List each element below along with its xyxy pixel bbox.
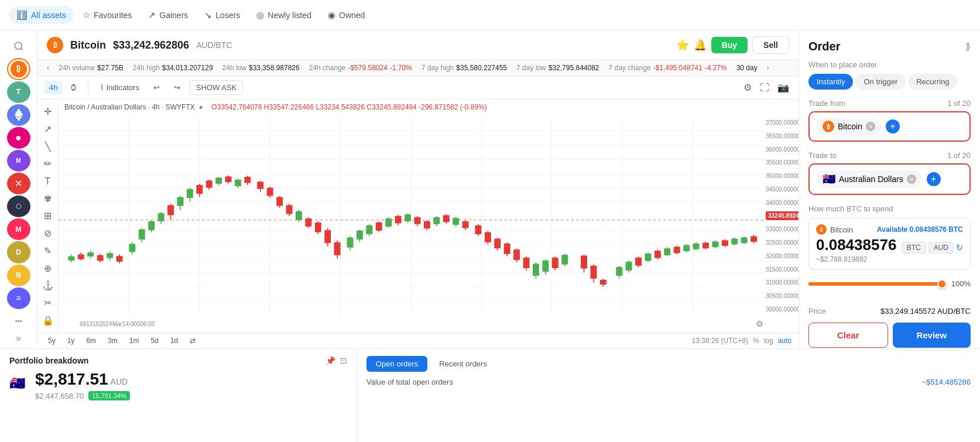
price-scale: 37000.000000 36500.000000 36000.000000 3… <box>763 117 799 315</box>
spend-usd: ~$2,788.919892 <box>816 255 963 263</box>
candle-type-btn[interactable]: ⧮ <box>67 80 81 95</box>
gainers-icon: ↗ <box>148 10 156 20</box>
measure-tool[interactable]: ⊘ <box>40 226 56 241</box>
time-axis-settings[interactable]: ⚙ <box>756 319 763 328</box>
sidebar-icon-tether[interactable]: T <box>7 81 30 103</box>
order-type-recurring[interactable]: Recurring <box>908 74 957 90</box>
tf-compare[interactable]: ⇄ <box>186 335 199 346</box>
sidebar-icon-doge[interactable]: D <box>7 241 30 263</box>
add-trade-to-btn[interactable]: + <box>927 172 941 186</box>
open-orders-tab[interactable]: Open orders <box>366 356 427 372</box>
svg-rect-47 <box>158 213 165 221</box>
time-axis: 6 9 13 16 20 24 Mar 14:00 6 06:00 ⚙ <box>80 315 763 333</box>
tf-1y[interactable]: 1y <box>64 335 78 346</box>
trade-from-box[interactable]: ₿ Bitcoin ✕ + <box>808 111 971 142</box>
sidebar-icon-x[interactable]: ✕ <box>7 173 30 194</box>
sidebar-icon-atom[interactable]: ⬡ <box>7 196 30 217</box>
svg-rect-159 <box>722 240 728 246</box>
nav-gainers[interactable]: ↗ Gainers <box>141 6 195 24</box>
chart-info-bar: Bitcoin / Australian Dollars · 4h · SWYF… <box>64 103 487 111</box>
interval-4h[interactable]: 4h <box>44 81 62 94</box>
grid-tool[interactable]: ⊞ <box>40 208 56 224</box>
clear-button[interactable]: Clear <box>808 323 888 348</box>
bitcoin-logo: ₿ <box>11 61 27 77</box>
line-tool[interactable]: ╲ <box>40 139 56 154</box>
tf-5d[interactable]: 5d <box>147 335 162 346</box>
ticker-next[interactable]: › <box>767 64 769 72</box>
sidebar-icon-matic[interactable]: M <box>7 150 30 172</box>
indicators-button[interactable]: ⌇ Indicators <box>95 81 143 94</box>
text-tool[interactable]: T <box>40 174 56 189</box>
svg-rect-133 <box>590 266 597 279</box>
screenshot-btn[interactable]: 📷 <box>775 80 791 95</box>
owned-icon: ◉ <box>328 10 335 20</box>
redo-button[interactable]: ↪ <box>169 81 185 94</box>
order-type-on-trigger[interactable]: On trigger <box>855 74 906 90</box>
svg-rect-113 <box>485 232 491 242</box>
chart-bottom-right: 13:38:26 (UTC+8) % log auto <box>692 337 791 345</box>
crosshair-tool[interactable]: ✛ <box>40 104 56 119</box>
portfolio-expand-btn[interactable]: ⊡ <box>340 356 347 365</box>
svg-point-0 <box>15 42 22 49</box>
anchor-tool[interactable]: ⚓ <box>40 278 56 293</box>
undo-button[interactable]: ↩ <box>149 81 165 94</box>
buy-button[interactable]: Buy <box>711 37 748 53</box>
lock-tool[interactable]: 🔒 <box>40 313 56 328</box>
nav-newly-listed[interactable]: ◎ Newly listed <box>249 6 318 24</box>
chart-area: ₿ Bitcoin $33,242.962806 AUD/BTC ⭐ 🔔 Buy… <box>37 30 799 348</box>
zoom-in-tool[interactable]: ⊕ <box>40 261 56 276</box>
amount-slider[interactable] <box>808 282 947 286</box>
tf-3m[interactable]: 3m <box>104 335 121 346</box>
sidebar-icon-eth[interactable] <box>7 104 30 126</box>
tf-1m[interactable]: 1m <box>126 335 143 346</box>
arrow-tool[interactable]: ↗ <box>40 122 56 137</box>
nav-favourites[interactable]: ☆ Favourites <box>76 6 139 24</box>
favourite-button[interactable]: ⭐ <box>676 39 689 52</box>
nav-owned[interactable]: ◉ Owned <box>321 6 372 24</box>
review-button[interactable]: Review <box>893 323 971 348</box>
ticker-prev[interactable]: ‹ <box>47 64 49 72</box>
sidebar-icon-bitcoin[interactable]: ₿ <box>7 58 30 80</box>
order-expand-button[interactable]: ⟫ <box>965 41 971 52</box>
tf-6m[interactable]: 6m <box>83 335 100 346</box>
refresh-amount-btn[interactable]: ↻ <box>956 243 963 252</box>
aud-currency-badge[interactable]: AUD <box>928 242 954 253</box>
remove-trade-from-btn[interactable]: ✕ <box>866 122 875 131</box>
sidebar-icon-bnb[interactable]: B <box>7 265 30 286</box>
slider-thumb[interactable] <box>937 279 947 289</box>
chart-header: ₿ Bitcoin $33,242.962806 AUD/BTC ⭐ 🔔 Buy… <box>37 30 799 60</box>
sidebar-icon-dot[interactable]: ● <box>7 127 30 149</box>
order-type-instantly[interactable]: Instantly <box>808 74 853 90</box>
nav-losers[interactable]: ↘ Losers <box>197 6 247 24</box>
sidebar-icon-stripe[interactable]: ≡ <box>7 287 30 309</box>
candlestick-chart[interactable]: Bitcoin / Australian Dollars · 4h · SWYF… <box>59 100 799 333</box>
ticker-7d-high: 7 day high $35,580.227455 <box>422 64 507 72</box>
nav-all-assets[interactable]: ℹ️ All assets <box>9 6 73 24</box>
ruler-tool[interactable]: ✎ <box>40 244 56 259</box>
tf-1d[interactable]: 1d <box>167 335 181 346</box>
svg-marker-2 <box>15 108 23 117</box>
alert-button[interactable]: 🔔 <box>694 39 707 52</box>
recent-orders-tab[interactable]: Recent orders <box>430 356 496 372</box>
sidebar-icon-search[interactable] <box>7 35 30 57</box>
sidebar-icon-mana[interactable]: M <box>7 218 30 240</box>
trade-to-box[interactable]: 🇦🇺 Australian Dollars ✕ + <box>808 163 971 195</box>
pattern-tool[interactable]: ✾ <box>40 191 56 206</box>
remove-trade-to-btn[interactable]: ✕ <box>907 174 916 184</box>
order-panel-header: Order ⟫ <box>808 40 971 53</box>
portfolio-pin-btn[interactable]: 📌 <box>325 356 335 365</box>
order-title: Order <box>808 40 840 53</box>
sidebar-expand-btn[interactable]: » <box>16 333 21 344</box>
scissor-tool[interactable]: ✂ <box>40 296 56 311</box>
show-ask-button[interactable]: SHOW ASK <box>190 80 243 95</box>
sidebar-icon-more[interactable]: ••• <box>7 310 30 332</box>
fullscreen-btn[interactable]: ⛶ <box>758 80 772 95</box>
tf-5y[interactable]: 5y <box>44 335 59 346</box>
order-panel: Order ⟫ When to place order Instantly On… <box>799 30 980 348</box>
add-trade-from-btn[interactable]: + <box>886 119 900 133</box>
settings-icon-btn[interactable]: ⚙ <box>741 80 754 95</box>
sell-button[interactable]: Sell <box>752 36 789 54</box>
btc-currency-badge[interactable]: BTC <box>902 242 926 253</box>
currency-toggle: BTC AUD ↻ <box>902 242 963 253</box>
pencil-tool[interactable]: ✏ <box>40 156 56 172</box>
